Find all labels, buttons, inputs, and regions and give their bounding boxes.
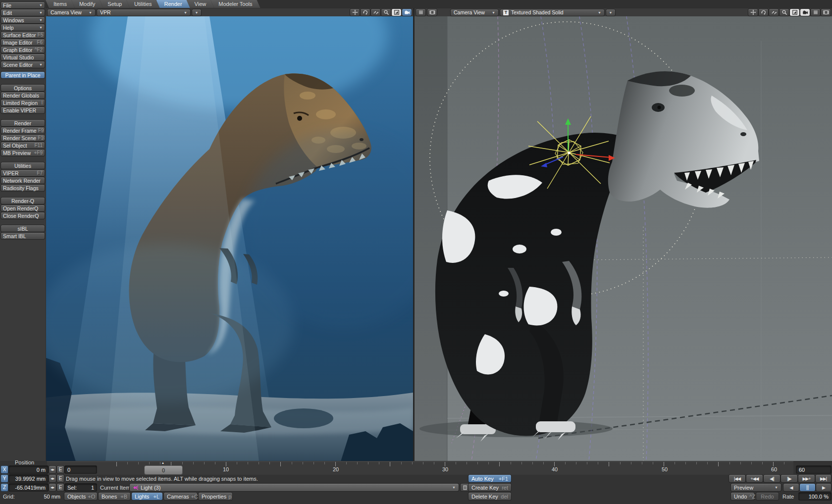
sidebar-button-network-render[interactable]: Network Render bbox=[1, 177, 45, 184]
frame-input[interactable]: 0 bbox=[65, 466, 97, 473]
tab-utilities[interactable]: Utilities bbox=[126, 0, 159, 8]
left-render-mode-dropdown[interactable]: VPR ▼ bbox=[97, 9, 190, 16]
right-viewport-options-dropdown[interactable]: ▼ bbox=[606, 9, 615, 16]
sidebar-button-render-frame[interactable]: Render FrameF9 bbox=[1, 127, 45, 134]
z-envelope-button[interactable]: E bbox=[57, 484, 64, 491]
sidebar-button-sel-object[interactable]: Sel ObjectF11 bbox=[1, 142, 45, 149]
maximize-viewport-icon[interactable] bbox=[790, 9, 799, 16]
rotate-view-icon[interactable] bbox=[361, 9, 370, 16]
sidebar-button-render-scene[interactable]: Render SceneF10 bbox=[1, 135, 45, 141]
properties-button[interactable]: Propertiesp bbox=[199, 493, 232, 500]
sidebar-button-viper[interactable]: VIPERF7 bbox=[1, 170, 45, 176]
camera-icon[interactable] bbox=[800, 9, 810, 16]
sidebar-button-parent-in-place[interactable]: Parent in Place bbox=[1, 72, 45, 78]
menu-label: Help bbox=[3, 25, 14, 31]
cameras-button[interactable]: Cameras+C bbox=[164, 493, 197, 500]
tab-render[interactable]: Render bbox=[156, 0, 190, 8]
z-axis-chip[interactable]: Z bbox=[1, 484, 8, 491]
sidebar-button-enable-viper[interactable]: Enable VIPER bbox=[1, 107, 45, 113]
rate-value-field[interactable]: 100.0 % bbox=[799, 493, 831, 500]
preview-dropdown[interactable]: Preview▼ bbox=[731, 484, 781, 491]
sidebar-button-radiosity-flags[interactable]: Radiosity Flags bbox=[1, 185, 45, 191]
shaded-viewport[interactable] bbox=[415, 16, 832, 461]
sidebar-button-limited-region[interactable]: Limited Regionl bbox=[1, 100, 45, 106]
section-header-render-q: Render-Q bbox=[1, 198, 45, 204]
play-reverse-button[interactable]: ◀ bbox=[783, 484, 799, 491]
frame-slider-handle[interactable]: 0 bbox=[145, 466, 182, 474]
tab-modeler-tools[interactable]: Modeler Tools bbox=[210, 0, 260, 8]
sidebar-button-surface-editor[interactable]: Surface EditorF5 bbox=[1, 32, 45, 38]
magnify-icon[interactable] bbox=[780, 9, 789, 16]
right-view-mode-dropdown[interactable]: Camera View ▼ bbox=[451, 9, 498, 16]
viewport-frame-icon[interactable] bbox=[427, 9, 437, 16]
item-panel-icon[interactable] bbox=[461, 484, 469, 491]
tab-view[interactable]: View bbox=[187, 0, 214, 8]
delete-key-button[interactable]: Delete Keydel bbox=[468, 493, 511, 500]
menu-file[interactable]: File▼ bbox=[1, 2, 45, 8]
dropdown-arrow-icon: ▼ bbox=[89, 11, 92, 14]
right-render-mode-dropdown[interactable]: T Textured Shaded Solid ▼ bbox=[500, 9, 604, 16]
current-item-dropdown[interactable]: Light (3) ▼ bbox=[130, 484, 459, 491]
menu-help[interactable]: Help▼ bbox=[1, 24, 45, 31]
redo-button[interactable]: Redo bbox=[756, 493, 779, 500]
left-view-mode-dropdown[interactable]: Camera View ▼ bbox=[48, 9, 95, 16]
sidebar-button-render-globals[interactable]: Render Globals bbox=[1, 92, 45, 99]
x-envelope-button[interactable]: E bbox=[57, 466, 64, 473]
left-viewport-options-dropdown[interactable]: ▼ bbox=[192, 9, 201, 16]
lights-button[interactable]: Lights+L bbox=[132, 493, 162, 500]
menu-windows[interactable]: Windows▼ bbox=[1, 17, 45, 23]
step-back-button[interactable]: ◀|| bbox=[764, 475, 780, 482]
magnify-icon[interactable] bbox=[381, 9, 391, 16]
sidebar-button-close-renderq[interactable]: Close RenderQ bbox=[1, 212, 45, 219]
tab-modify[interactable]: Modify bbox=[71, 0, 103, 8]
tab-setup[interactable]: Setup bbox=[100, 0, 130, 8]
end-frame-field[interactable]: 60 bbox=[796, 466, 831, 473]
dropdown-arrow-icon: ▼ bbox=[775, 486, 778, 489]
move-view-icon[interactable] bbox=[748, 9, 758, 16]
vpr-render-viewport[interactable] bbox=[46, 16, 413, 461]
x-axis-chip[interactable]: X bbox=[1, 466, 8, 473]
play-forward-button[interactable]: ▶ bbox=[816, 484, 831, 491]
sidebar-button-smart-ibl[interactable]: Smart IBL bbox=[1, 233, 45, 239]
auto-key-button[interactable]: Auto Key+F1 bbox=[468, 475, 511, 482]
z-spinner[interactable]: ◂▸ bbox=[49, 484, 56, 491]
go-first-frame-button[interactable]: |◀◀ bbox=[729, 475, 745, 482]
bones-button[interactable]: Bones+B bbox=[99, 493, 130, 500]
sidebar-button-graph-editor[interactable]: Graph Editor^F2 bbox=[1, 47, 45, 53]
sidebar-button-scene-editor[interactable]: Scene Editor▼ bbox=[1, 61, 45, 68]
viewport-divider[interactable] bbox=[413, 8, 415, 461]
zoom-view-icon[interactable] bbox=[769, 9, 779, 16]
move-view-icon[interactable] bbox=[350, 9, 360, 16]
undo-button[interactable]: Undo^Z bbox=[731, 493, 754, 500]
camera-icon[interactable] bbox=[402, 9, 412, 16]
timeline-ruler[interactable]: 10 20 30 40 50 60 ▲ 0 bbox=[47, 461, 793, 475]
x-spinner[interactable]: ◂▸ bbox=[49, 466, 56, 473]
tab-items[interactable]: Items bbox=[46, 0, 75, 8]
y-position-field[interactable]: 39.9992 mm bbox=[9, 475, 48, 482]
z-position-field[interactable]: -65.0419mm bbox=[9, 484, 48, 491]
lightwave-layout-window: { "glyphs": {"dropdown": "▼", "spinner":… bbox=[0, 0, 832, 504]
sidebar-button-virtual-studio[interactable]: Virtual Studio bbox=[1, 54, 45, 60]
sidebar-button-mb-preview[interactable]: MB Preview+F9 bbox=[1, 150, 45, 156]
pause-button[interactable]: || bbox=[800, 484, 815, 491]
prev-keyframe-button[interactable]: +◀◀ bbox=[746, 475, 763, 482]
sidebar-button-image-editor[interactable]: Image EditorF6 bbox=[1, 39, 45, 46]
create-key-button[interactable]: Create Keyret bbox=[468, 484, 511, 491]
sel-value: 1 bbox=[91, 485, 94, 491]
y-axis-chip[interactable]: Y bbox=[1, 475, 8, 482]
y-envelope-button[interactable]: E bbox=[57, 475, 64, 482]
y-spinner[interactable]: ◂▸ bbox=[49, 475, 56, 482]
sidebar-button-open-renderq[interactable]: Open RenderQ bbox=[1, 205, 45, 211]
zoom-view-icon[interactable] bbox=[371, 9, 380, 16]
menu-edit[interactable]: Edit▼ bbox=[1, 9, 45, 16]
step-forward-button[interactable]: ||▶ bbox=[781, 475, 797, 482]
x-position-field[interactable]: 0 m bbox=[9, 466, 48, 473]
go-last-frame-button[interactable]: ▶▶| bbox=[816, 475, 831, 482]
objects-button[interactable]: Objects+O bbox=[64, 493, 97, 500]
viewport-frame-icon[interactable] bbox=[821, 9, 831, 16]
next-keyframe-button[interactable]: ▶▶+ bbox=[798, 475, 815, 482]
viewport-list-icon[interactable] bbox=[811, 9, 820, 16]
viewport-list-icon[interactable] bbox=[416, 9, 425, 16]
maximize-viewport-icon[interactable] bbox=[392, 9, 401, 16]
rotate-view-icon[interactable] bbox=[759, 9, 768, 16]
